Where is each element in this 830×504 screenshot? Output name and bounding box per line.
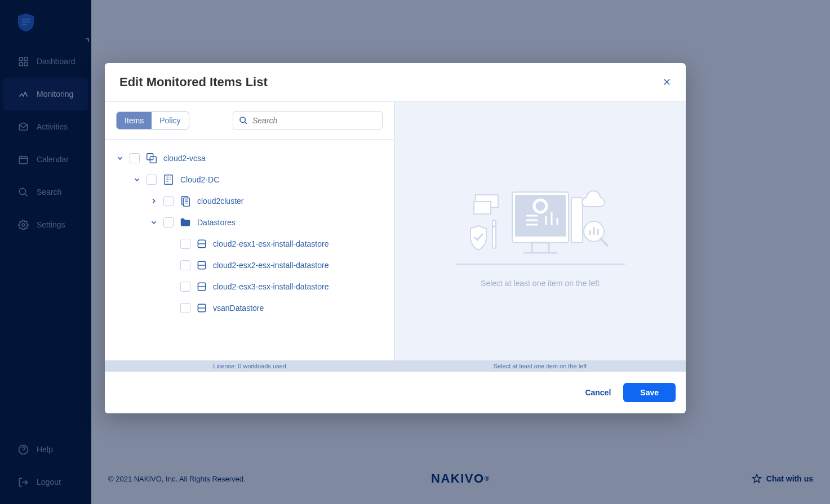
datastore-icon (196, 302, 207, 314)
save-button[interactable]: Save (623, 383, 676, 402)
tab-policy[interactable]: Policy (152, 112, 188, 129)
checkbox[interactable] (180, 260, 190, 270)
tree-label: Cloud2-DC (180, 175, 219, 184)
tree-node-datastore[interactable]: cloud2-esx3-esx-install-datastore (105, 276, 394, 297)
chevron-down-icon[interactable] (116, 154, 124, 162)
chevron-down-icon[interactable] (150, 218, 158, 226)
tree-label: cloud2-esx3-esx-install-datastore (213, 282, 329, 291)
modal-title: Edit Monitored Items List (119, 75, 268, 90)
datacenter-icon (162, 173, 175, 186)
tree-node-datastore[interactable]: cloud2-esx1-esx-install-datastore (105, 233, 394, 255)
modal-header: Edit Monitored Items List ✕ (105, 63, 686, 102)
datastore-icon (196, 238, 207, 249)
tree-label: Datastores (197, 218, 236, 227)
tree-label: cloud2-esx2-esx-install-datastore (213, 261, 329, 270)
edit-monitored-items-modal: Edit Monitored Items List ✕ Items Policy (105, 63, 686, 413)
left-pane: Items Policy cloud2-vcsa (105, 102, 394, 360)
empty-state-illustration (456, 175, 625, 265)
svg-point-8 (240, 117, 245, 122)
datastore-icon (196, 260, 207, 271)
cluster-icon (179, 195, 192, 207)
checkbox[interactable] (180, 239, 190, 249)
modal-footer: Cancel Save (105, 372, 686, 413)
checkbox[interactable] (163, 196, 174, 206)
search-input[interactable] (252, 116, 376, 125)
tree: cloud2-vcsa Cloud2-DC cloud2cluster (105, 140, 394, 360)
cancel-button[interactable]: Cancel (585, 388, 611, 397)
checkbox[interactable] (180, 303, 190, 313)
vcenter-icon (145, 152, 158, 164)
license-info: License: 0 workloads used (105, 360, 394, 372)
tree-node-vcsa[interactable]: cloud2-vcsa (105, 148, 394, 169)
empty-state-message: Select at least one item on the left (481, 279, 600, 288)
datastore-icon (196, 281, 207, 292)
tree-label: vsanDatastore (213, 304, 264, 313)
svg-rect-20 (516, 195, 565, 236)
view-toggle: Items Policy (116, 111, 189, 130)
folder-icon (179, 216, 192, 229)
tree-label: cloud2-vcsa (163, 154, 206, 163)
checkbox[interactable] (147, 175, 157, 185)
tree-node-cluster[interactable]: cloud2cluster (105, 190, 394, 212)
tree-node-datastore[interactable]: cloud2-esx2-esx-install-datastore (105, 255, 394, 276)
tree-node-datastores[interactable]: Datastores (105, 212, 394, 233)
checkbox[interactable] (130, 153, 140, 163)
tree-label: cloud2-esx1-esx-install-datastore (213, 239, 329, 248)
svg-rect-11 (165, 175, 173, 185)
svg-rect-22 (571, 198, 583, 243)
tab-items[interactable]: Items (117, 112, 152, 129)
tree-node-datastore[interactable]: vsanDatastore (105, 297, 394, 319)
search-icon (239, 116, 248, 125)
svg-rect-13 (183, 198, 189, 207)
selection-hint: Select at least one item on the left (394, 360, 686, 372)
svg-rect-24 (474, 202, 491, 214)
chevron-down-icon[interactable] (133, 176, 141, 184)
close-icon[interactable]: ✕ (663, 76, 671, 88)
checkbox[interactable] (163, 217, 174, 228)
right-pane: Select at least one item on the left (394, 102, 686, 360)
info-bar: License: 0 workloads used Select at leas… (105, 360, 686, 372)
tree-node-dc[interactable]: Cloud2-DC (105, 169, 394, 190)
tree-label: cloud2cluster (197, 197, 244, 206)
chevron-right-icon[interactable] (150, 197, 158, 205)
search-field[interactable] (233, 111, 383, 130)
checkbox[interactable] (180, 282, 190, 292)
